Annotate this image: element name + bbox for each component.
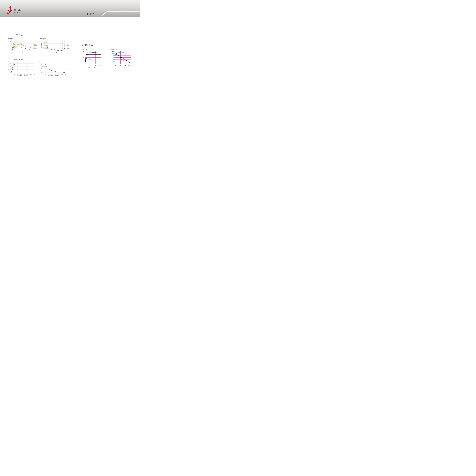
svg-text:4000: 4000: [24, 74, 25, 75]
svg-text:3000: 3000: [50, 51, 51, 52]
svg-text:3: 3: [123, 65, 123, 66]
svg-text:1: 1: [87, 65, 88, 66]
logo-text-zh: 精 锐: [14, 8, 21, 12]
axes: [42, 62, 65, 74]
legend-item: S6 40%: [35, 68, 39, 69]
svg-text:10000: 10000: [32, 51, 33, 52]
svg-text:0: 0: [42, 74, 42, 75]
legend-swatch: [35, 70, 36, 71]
legend-item: S1: [33, 43, 37, 44]
legend-item: S6 40 DR%: [64, 45, 69, 46]
series-S1: [42, 67, 65, 72]
svg-text:200: 200: [43, 48, 44, 49]
legend-label: S6 max: [34, 47, 36, 48]
series-lines: [11, 63, 34, 74]
legend-item: S1 DR: [64, 44, 69, 44]
legend-label: S1: [37, 68, 37, 68]
annotation-text: S1: [123, 60, 124, 61]
legend-swatch: [64, 45, 65, 46]
legend-swatch: [66, 68, 68, 68]
chart-canvas: 0123456020406080S6 40% (2min./cycle)S1: [81, 48, 104, 70]
svg-text:6000: 6000: [61, 74, 63, 75]
section-title-high-torque: 高扭矩主轴: [82, 44, 93, 47]
svg-text:0: 0: [11, 51, 12, 52]
legend-item: S6 25%: [33, 46, 37, 47]
series-S6 40%: [44, 44, 49, 49]
legend-swatch: [64, 44, 65, 44]
svg-text:80: 80: [83, 51, 84, 52]
svg-text:3: 3: [93, 65, 93, 66]
svg-text:800: 800: [113, 55, 115, 56]
svg-text:20: 20: [11, 49, 11, 50]
x-axis-label: Speed [rpm]: [44, 52, 65, 53]
legend-label: S6 max: [66, 47, 68, 48]
grid: [115, 51, 131, 64]
legend-label: S6 max: [37, 70, 39, 71]
legend-item: S6 25%: [66, 69, 70, 70]
svg-text:300: 300: [41, 69, 42, 70]
svg-text:400: 400: [43, 46, 44, 46]
band-divider-lines: [0, 0, 140, 17]
legend-label: S1: [34, 43, 35, 43]
svg-text:8000: 8000: [27, 51, 29, 52]
tick-labels: 0100020003000400050006000700001002003004…: [41, 62, 66, 75]
legend-swatch: [33, 44, 34, 44]
svg-text:3000: 3000: [17, 51, 18, 52]
legend-swatch: [64, 45, 65, 45]
annotation-arrow: [86, 58, 87, 59]
legend-label: S6 40%: [66, 44, 68, 45]
svg-text:6: 6: [101, 65, 101, 66]
chart-milling-torque: torque diagram Torque [Nm] 0100020003000…: [40, 38, 71, 54]
chart-milling2-torque: Drehmoment [Nm] / Torque [Nm] 0100020003…: [39, 60, 71, 76]
svg-text:60: 60: [10, 65, 11, 65]
legend-label: S6 25%: [37, 69, 39, 70]
svg-text:500: 500: [41, 67, 42, 68]
svg-text:20: 20: [10, 71, 11, 71]
series-S6 25% DR: [12, 43, 21, 51]
svg-text:60: 60: [83, 54, 84, 55]
axes: [115, 51, 131, 64]
svg-text:500: 500: [43, 44, 44, 45]
x-axis-label: Motor speed ( krpm ): [85, 67, 101, 68]
legend-swatch: [66, 70, 68, 71]
svg-text:2: 2: [90, 65, 91, 66]
x-axis-label: Drehzahl [min⁻¹] / Speed [rpm]: [11, 75, 34, 76]
legend-label: S6 40% DR: [34, 45, 37, 46]
svg-text:7000: 7000: [65, 74, 66, 75]
legend-swatch: [33, 48, 34, 49]
svg-text:6000: 6000: [56, 51, 57, 52]
legend-label: S6 25% DR: [66, 47, 69, 47]
svg-text:7000: 7000: [58, 51, 59, 52]
x-axis-label: Speed [rpm]: [12, 52, 32, 53]
legend-item: S6 max: [64, 47, 69, 48]
svg-text:1: 1: [118, 65, 118, 66]
legend-label: S6 25%: [68, 69, 70, 70]
svg-text:1200: 1200: [112, 51, 115, 52]
x-axis-label: Drehzahl [min⁻¹] / Speed [rpm]: [42, 75, 65, 76]
svg-text:9000: 9000: [62, 51, 63, 52]
svg-text:400: 400: [113, 59, 115, 60]
svg-text:700: 700: [41, 64, 42, 65]
svg-text:600: 600: [41, 66, 42, 66]
svg-text:20: 20: [83, 60, 84, 61]
svg-text:0: 0: [11, 74, 11, 75]
svg-text:0: 0: [44, 51, 44, 52]
svg-text:2000: 2000: [48, 51, 49, 52]
svg-text:5000: 5000: [27, 74, 28, 75]
svg-text:300: 300: [43, 47, 44, 48]
svg-text:5: 5: [98, 65, 99, 66]
legend-label: S6 40%: [68, 68, 70, 69]
legend-item: S6 max DR: [33, 48, 37, 49]
svg-text:9000: 9000: [30, 51, 31, 52]
legend-item: S1: [35, 68, 39, 68]
legend-swatch: [33, 48, 34, 48]
legend-item: S6 max: [66, 70, 70, 71]
svg-text:2: 2: [120, 65, 121, 66]
legend-label: S6 40%: [34, 44, 36, 45]
svg-text:6000: 6000: [23, 51, 25, 52]
svg-text:10: 10: [10, 72, 11, 73]
grid: [42, 62, 65, 74]
svg-text:600: 600: [43, 43, 44, 44]
annotation-text: S6 40% (2min./cycle): [87, 52, 97, 53]
svg-text:100: 100: [43, 50, 44, 50]
